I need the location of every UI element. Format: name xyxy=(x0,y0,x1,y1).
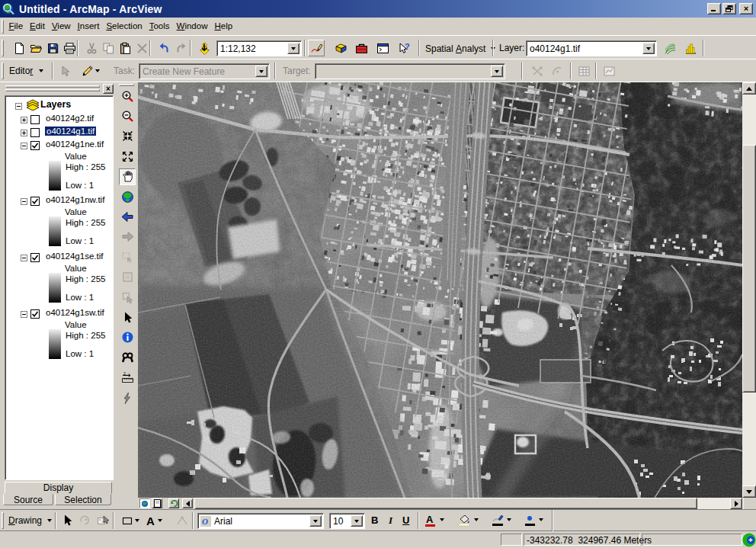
svg-text:?: ? xyxy=(405,42,410,51)
svg-text:O: O xyxy=(202,517,208,526)
svg-text:2..: 2.. xyxy=(123,371,128,376)
svg-text:A: A xyxy=(426,514,434,525)
